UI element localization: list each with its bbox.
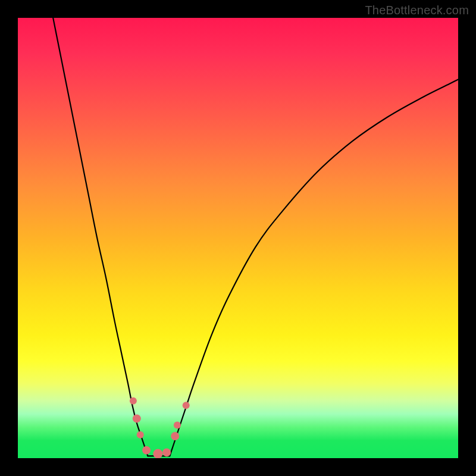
left-dot-1 (130, 397, 137, 405)
right-dot-3 (183, 402, 190, 409)
left-dot-2 (133, 414, 141, 422)
series-right-curve (170, 80, 458, 456)
bottom-dot-2 (153, 449, 162, 458)
left-dot-3 (137, 431, 144, 439)
series-left-curve (53, 18, 148, 456)
chart-svg (18, 18, 458, 458)
bottom-dot-1 (142, 446, 151, 455)
right-dot-1 (171, 432, 179, 440)
bottom-dot-3 (162, 448, 171, 456)
right-dot-2 (174, 422, 181, 429)
plot-area (18, 18, 458, 458)
chart-frame: TheBottleneck.com (0, 0, 476, 476)
watermark-text: TheBottleneck.com (365, 4, 469, 17)
